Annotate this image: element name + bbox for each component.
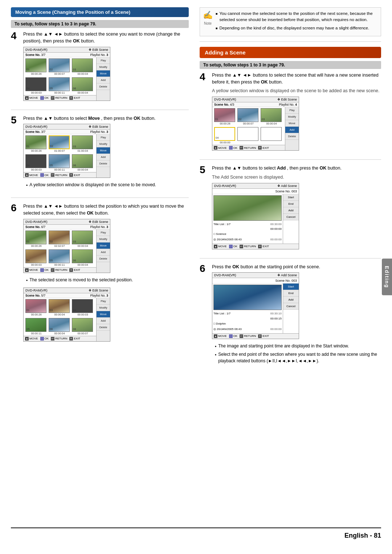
dvd-addscene-2: DVD-RAM(VR) ❖ Add Scene Scene No. 003: [212, 272, 299, 339]
dvd1-thumb5: 05 00:00:11: [49, 77, 70, 94]
right-step5: 5 Press the ▲▼ buttons to select Add , t…: [200, 165, 381, 253]
right-section-title: Adding a Scene: [200, 47, 381, 58]
dvd-screen-3: DVD-RAM(VR) ❖ Edit Scene Scene No. 6/7 P…: [23, 219, 110, 273]
left-setup-bar: To setup, follow steps 1 to 3 in page 79…: [11, 20, 189, 28]
dvd-screen-5: DVD-RAM(VR) ❖ Edit Scene Scene No. 4/3 P…: [212, 97, 299, 151]
step4-text: Press the ▲▼ ◄► buttons to select the sc…: [23, 31, 189, 45]
step4-content: Press the ▲▼ ◄► buttons to select the sc…: [23, 31, 189, 105]
dvd1-sidemenu: Play Modify Move Add Delete: [96, 57, 110, 101]
step4-num: 4: [11, 31, 21, 41]
right-setup-bar: To setup, follow steps 1 to 3 in page 79…: [200, 61, 381, 69]
left-step4: 4 Press the ▲▼ ◄► buttons to select the …: [11, 31, 189, 105]
right-step6: 6 Press the OK button at the starting po…: [200, 264, 381, 368]
note-text: You cannot move the selected scene to th…: [216, 11, 378, 33]
page-number: English - 81: [344, 532, 381, 539]
dvd1-thumb1: 01 00:00:26: [25, 58, 47, 76]
left-step6: 6 Press the ▲▼ ◄► buttons to select the …: [11, 203, 189, 345]
dvd2-subheader: Scene No. 3/7 Playlist No. 3: [24, 130, 110, 134]
dvd-screen-1: DVD-RAM(VR) ❖ Edit Scene Scene No. 3/7 P…: [23, 47, 110, 101]
left-section-title: Moving a Scene (Changing the Position of…: [11, 7, 189, 17]
dvd-addscene-1: DVD-RAM(VR) ❖ Add Scene Scene No. 003: [212, 183, 299, 249]
step6-text: Press the ▲▼ ◄► buttons to select the po…: [23, 203, 189, 217]
right-step4-num: 4: [200, 72, 210, 82]
note-box: ✍ Note You cannot move the selected scen…: [200, 7, 381, 36]
step5-text: Press the ▲▼ buttons to select Move , th…: [23, 115, 189, 122]
left-column: Moving a Scene (Changing the Position of…: [11, 7, 189, 524]
dvd1-thumbs-row2: 04 00:00:03 05 00:00:11: [24, 76, 96, 95]
dvd2-header: DVD-RAM(VR) ❖ Edit Scene: [24, 124, 110, 130]
right-step6-num: 6: [200, 264, 210, 274]
step5-content: Press the ▲▼ buttons to select Move , th…: [23, 115, 189, 193]
divider1: [11, 110, 189, 110]
step6-content: Press the ▲▼ ◄► buttons to select the po…: [23, 203, 189, 345]
dvd1-thumb6: 06 00:00:04: [72, 77, 94, 94]
editing-tab: Editing: [382, 258, 392, 295]
left-step5: 5 Press the ▲▼ buttons to select Move , …: [11, 115, 189, 193]
dvd1-thumb4: 04 00:00:03: [25, 77, 47, 94]
page: Moving a Scene (Changing the Position of…: [0, 0, 392, 554]
dvd1-subheader: Scene No. 3/7 Playlist No. 3: [24, 53, 110, 57]
dvd-screen-2: DVD-RAM(VR) ❖ Edit Scene Scene No. 3/7 P…: [23, 124, 110, 178]
right-step4: 4 Press the ▲▼ ◄► buttons to select the …: [200, 72, 381, 154]
divider2: [11, 197, 189, 198]
note-label: Note: [204, 21, 212, 25]
right-step5-num: 5: [200, 165, 210, 175]
dvd1-body: 01 00:00:26 02 00:00:07: [24, 57, 110, 101]
dvd1-thumbs-row1: 01 00:00:26 02 00:00:07: [24, 57, 96, 76]
step5-num: 5: [11, 115, 21, 125]
dvd1-header: DVD-RAM(VR) ❖ Edit Scene: [24, 47, 110, 53]
dvd1-thumb2: 02 00:00:07: [49, 58, 70, 76]
page-footer: English - 81: [11, 527, 381, 539]
dvd1-buttons: ▲ MOVE □ OK ↩ RETURN: [24, 95, 96, 101]
dvd1-thumb3: 03 00:00:04: [72, 58, 94, 76]
note-icon: ✍: [203, 11, 213, 20]
step6-num: 6: [11, 203, 21, 213]
right-column: ✍ Note You cannot move the selected scen…: [200, 7, 381, 524]
dvd-screen-4: DVD-RAM(VR) ❖ Edit Scene Scene No. 5/7 P…: [23, 288, 110, 342]
